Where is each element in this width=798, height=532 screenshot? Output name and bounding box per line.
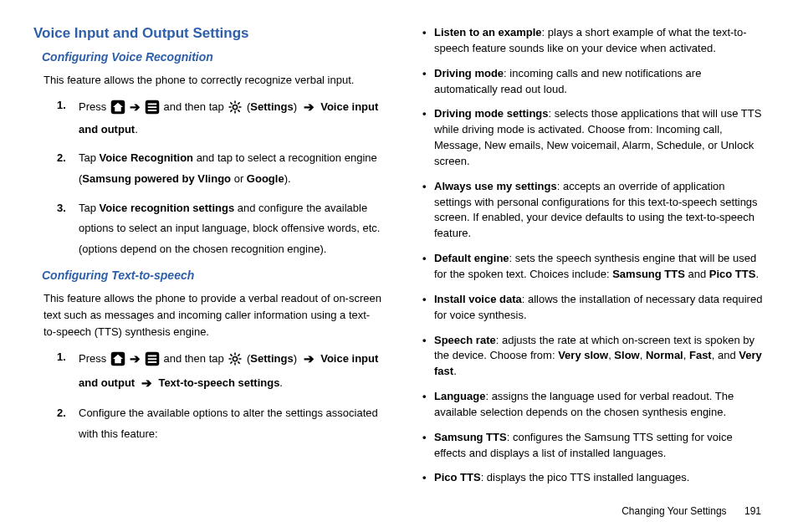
svg-rect-17	[148, 359, 157, 361]
bold: Voice recognition settings	[100, 202, 235, 214]
text: , and	[712, 349, 739, 361]
svg-rect-18	[148, 361, 157, 363]
home-icon	[110, 351, 125, 366]
menu-icon	[145, 351, 160, 366]
bold: Driving mode settings	[434, 107, 549, 120]
heading-config-tts: Configuring Text-to-speech	[42, 269, 382, 282]
svg-line-24	[231, 355, 233, 356]
svg-rect-2	[148, 104, 157, 105]
text: ).	[284, 172, 291, 185]
bold: Settings	[250, 352, 293, 365]
step-num: 3.	[57, 198, 66, 219]
svg-line-13	[238, 103, 240, 105]
bold: Install voice data	[434, 293, 522, 305]
svg-line-25	[238, 362, 240, 364]
text: and	[685, 268, 709, 280]
heading-voice-io: Voice Input and Output Settings	[33, 25, 382, 42]
intro-voice-recog: This feature allows the phone to correct…	[43, 72, 382, 89]
bold: Voice Recognition	[100, 151, 193, 164]
bold: Fast	[689, 349, 712, 361]
bold: Language	[434, 390, 485, 402]
list-item: Install voice data: allows the installat…	[422, 292, 765, 324]
step-2: 2. Tap Voice Recognition and tap to sele…	[57, 148, 382, 189]
text: .	[279, 376, 283, 388]
bold: Driving mode	[434, 67, 504, 79]
page-footer: Changing Your Settings 191	[622, 505, 761, 517]
svg-rect-3	[148, 107, 157, 109]
text: .	[453, 365, 457, 377]
text: and then tap	[161, 100, 228, 113]
arrow-icon: ➔	[141, 371, 152, 396]
text: ,	[640, 349, 646, 361]
step-num: 1.	[57, 347, 66, 368]
bold: Samsung powered by Vlingo	[82, 172, 231, 185]
bold: Always use my settings	[434, 180, 557, 192]
arrow-icon: ➔	[304, 95, 315, 120]
list-item: Driving mode: incoming calls and new not…	[422, 66, 765, 98]
text: Configure the available options to alter…	[79, 407, 378, 440]
svg-rect-4	[148, 110, 157, 111]
steps-voice-recog: 1. Press ➔ and then tap (Settings) ➔ Voi…	[57, 95, 382, 260]
home-icon	[110, 100, 125, 115]
text: Tap	[79, 202, 100, 214]
page-number: 191	[744, 505, 761, 517]
list-item: Driving mode settings: selects those app…	[422, 106, 765, 169]
svg-rect-16	[148, 356, 157, 357]
step-num: 2.	[57, 148, 66, 169]
bold: Slow	[614, 349, 639, 361]
list-item: Speech rate: adjusts the rate at which o…	[422, 333, 765, 381]
svg-line-11	[238, 110, 240, 112]
settings-icon	[228, 100, 243, 115]
list-item: Default engine: sets the speech synthesi…	[422, 251, 765, 283]
svg-line-12	[231, 110, 233, 112]
step-num: 2.	[57, 403, 66, 424]
text: .	[755, 268, 759, 280]
bold: Very slow	[558, 349, 608, 361]
svg-line-10	[231, 103, 233, 105]
text: Press	[79, 100, 110, 113]
arrow-icon: ➔	[130, 95, 141, 120]
step-1: 1. Press ➔ and then tap (Settings) ➔ Voi…	[57, 95, 382, 140]
svg-line-27	[238, 355, 240, 356]
bold: Pico TTS	[709, 268, 756, 280]
list-item: Listen to an example: plays a short exam…	[422, 25, 765, 57]
intro-tts: This feature allows the phone to provide…	[43, 290, 382, 340]
svg-line-26	[231, 362, 233, 364]
bold: Default engine	[434, 252, 509, 264]
step-1: 1. Press ➔ and then tap (Settings) ➔ Voi…	[57, 347, 382, 395]
step-2: 2. Configure the available options to al…	[57, 403, 382, 444]
list-item: Pico TTS: displays the pico TTS installe…	[422, 470, 765, 486]
right-column: Listen to an example: plays a short exam…	[416, 25, 765, 495]
menu-icon	[145, 100, 160, 115]
svg-point-5	[233, 105, 238, 110]
text: )	[294, 352, 300, 365]
footer-section: Changing Your Settings	[622, 505, 726, 517]
text: .	[135, 123, 138, 136]
tts-options-list: Listen to an example: plays a short exam…	[422, 25, 765, 486]
left-column: Voice Input and Output Settings Configur…	[33, 25, 382, 495]
list-item: Samsung TTS: configures the Samsung TTS …	[422, 430, 765, 462]
text: Tap	[79, 151, 100, 164]
bold: Normal	[646, 349, 683, 361]
arrow-icon: ➔	[304, 347, 315, 371]
bold: Pico TTS	[434, 471, 481, 483]
list-item: Language: assigns the language used for …	[422, 389, 765, 421]
bold: Listen to an example	[434, 26, 542, 38]
bold: Settings	[250, 100, 293, 113]
text: : displays the pico TTS installed langua…	[481, 471, 690, 483]
step-3: 3. Tap Voice recognition settings and co…	[57, 198, 382, 260]
settings-icon	[228, 351, 243, 366]
bold: Google	[247, 172, 284, 185]
bold: Samsung TTS	[612, 268, 685, 280]
bold: Text-to-speech settings	[158, 376, 279, 388]
heading-config-voice-recog: Configuring Voice Recognition	[42, 50, 382, 64]
text: Press	[79, 352, 110, 365]
arrow-icon: ➔	[130, 347, 141, 371]
list-item: Always use my settings: accepts an overr…	[422, 179, 765, 242]
step-num: 1.	[57, 95, 66, 116]
bold: Samsung TTS	[434, 431, 507, 443]
text: ,	[683, 349, 689, 361]
svg-point-19	[233, 357, 238, 361]
text: or	[231, 172, 247, 185]
bold: Speech rate	[434, 334, 496, 346]
